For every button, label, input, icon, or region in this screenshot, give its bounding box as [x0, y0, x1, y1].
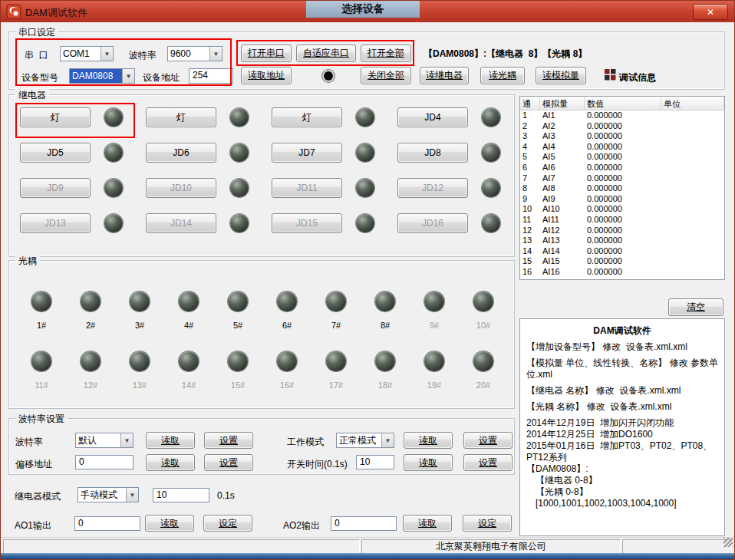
relay-led[interactable] — [356, 108, 374, 127]
clear-button[interactable]: 清空 — [668, 298, 723, 316]
read-analog-button[interactable]: 读模拟量 — [536, 67, 586, 84]
model-combo[interactable]: DAM0808 ▼ — [69, 68, 135, 84]
column-header[interactable]: 通 — [520, 97, 540, 110]
table-row[interactable]: 14AI140.000000 — [520, 246, 724, 257]
baudrate-set-button[interactable]: 设置 — [204, 432, 253, 449]
relay-led[interactable] — [356, 179, 374, 197]
column-header[interactable]: 数值 — [585, 97, 661, 110]
ao1-read-button[interactable]: 读取 — [145, 515, 194, 532]
port-combo[interactable]: COM1 ▼ — [60, 46, 114, 61]
ao2-read-button[interactable]: 读取 — [403, 515, 452, 532]
relay-button[interactable]: JD12 — [397, 178, 468, 198]
title-bar[interactable]: DAM调试软件 选择设备 ✕ — [1, 1, 734, 22]
relay-button[interactable]: JD5 — [20, 143, 91, 163]
relay-led[interactable] — [230, 214, 249, 232]
resize-grip[interactable] — [723, 538, 733, 547]
table-row[interactable]: 9AI90.000000 — [520, 194, 724, 205]
relay-led[interactable] — [104, 179, 123, 197]
table-row[interactable]: 5AI50.000000 — [520, 152, 724, 163]
chevron-down-icon[interactable]: ▼ — [120, 433, 133, 447]
table-cell: AI14 — [540, 246, 585, 257]
switch-time-read-button[interactable]: 读取 — [404, 454, 453, 471]
relay-button[interactable]: JD13 — [20, 213, 91, 233]
table-row[interactable]: 11AI110.000000 — [520, 215, 724, 226]
relay-led[interactable] — [104, 214, 123, 232]
work-mode-combo[interactable]: 正常模式 ▼ — [336, 433, 394, 448]
relay-button[interactable]: 灯 — [272, 107, 342, 127]
column-header[interactable]: 单位 — [661, 97, 724, 110]
relay-led[interactable] — [482, 214, 500, 232]
close-button[interactable]: ✕ — [693, 4, 728, 20]
relay-led[interactable] — [356, 214, 374, 232]
column-header[interactable]: 模拟量 — [540, 97, 585, 110]
relay-button[interactable]: JD7 — [272, 143, 342, 163]
ao2-input[interactable]: 0 — [331, 516, 397, 531]
offset-set-button[interactable]: 设置 — [204, 454, 253, 471]
work-mode-set-button[interactable]: 设置 — [463, 432, 513, 449]
chevron-down-icon[interactable]: ▼ — [126, 488, 138, 502]
relay-time-input[interactable]: 10 — [153, 488, 209, 502]
relay-button[interactable]: JD10 — [146, 178, 216, 198]
baudrate-read-button[interactable]: 读取 — [146, 432, 195, 449]
table-row[interactable]: 16AI160.000000 — [520, 267, 724, 278]
table-row[interactable]: 1AI10.000000 — [520, 110, 724, 121]
table-row[interactable]: 15AI150.000000 — [520, 256, 724, 267]
table-row[interactable]: 3AI30.000000 — [520, 131, 724, 142]
relay-button[interactable]: JD6 — [146, 143, 216, 163]
baud-combo[interactable]: 9600 ▼ — [167, 46, 222, 61]
chevron-down-icon[interactable]: ▼ — [101, 47, 113, 61]
offset-input[interactable]: 0 — [75, 455, 133, 469]
relay-led[interactable] — [230, 143, 249, 162]
table-row[interactable]: 13AI130.000000 — [520, 236, 724, 246]
auto-serial-button[interactable]: 自适应串口 — [296, 44, 356, 62]
relay-button[interactable]: JD15 — [272, 213, 342, 233]
table-row[interactable]: 8AI80.000000 — [520, 183, 724, 194]
relay-button[interactable]: JD8 — [397, 143, 468, 163]
chevron-down-icon[interactable]: ▼ — [381, 433, 394, 447]
ao2-label: AO2输出 — [283, 519, 320, 532]
close-all-button[interactable]: 关闭全部 — [361, 67, 411, 84]
chevron-down-icon[interactable]: ▼ — [122, 69, 134, 83]
relay-button[interactable]: JD14 — [146, 213, 216, 233]
read-opto-button[interactable]: 读光耦 — [480, 67, 525, 84]
read-address-button[interactable]: 读取地址 — [241, 67, 292, 84]
chevron-down-icon[interactable]: ▼ — [209, 47, 222, 61]
ao2-set-button[interactable]: 设定 — [463, 515, 512, 532]
relay-led[interactable] — [482, 179, 500, 197]
table-row[interactable]: 10AI100.000000 — [520, 204, 724, 215]
table-row[interactable]: 6AI60.000000 — [520, 163, 724, 173]
relay-led[interactable] — [230, 179, 249, 197]
relay-button[interactable]: 灯 — [20, 107, 91, 127]
relay-mode-combo[interactable]: 手动模式 ▼ — [77, 487, 139, 502]
table-row[interactable]: 12AI120.000000 — [520, 226, 724, 236]
table-row[interactable]: 7AI70.000000 — [520, 173, 724, 184]
open-serial-button[interactable]: 打开串口 — [241, 44, 292, 62]
relay-button[interactable]: JD11 — [272, 178, 342, 198]
relay-led[interactable] — [230, 108, 249, 127]
relay-led[interactable] — [356, 143, 374, 162]
relay-button[interactable]: JD4 — [397, 107, 468, 127]
baudrate-combo[interactable]: 默认 ▼ — [75, 433, 133, 448]
opto-led — [424, 292, 444, 311]
table-row[interactable]: 2AI20.000000 — [520, 121, 724, 132]
offset-read-button[interactable]: 读取 — [146, 454, 195, 471]
ao1-input[interactable]: 0 — [74, 516, 140, 531]
opto-label: 1# — [37, 321, 46, 330]
switch-time-set-button[interactable]: 设置 — [463, 454, 513, 471]
switch-time-input[interactable]: 10 — [356, 455, 394, 469]
ao1-set-button[interactable]: 设定 — [203, 515, 252, 532]
table-row[interactable]: 4AI40.000000 — [520, 142, 724, 153]
relay-button[interactable]: JD9 — [20, 178, 91, 198]
relay-led[interactable] — [482, 108, 500, 127]
relay-led[interactable] — [104, 108, 123, 127]
read-relay-button[interactable]: 读继电器 — [420, 67, 469, 84]
relay-led[interactable] — [104, 143, 123, 162]
table-cell: AI11 — [540, 215, 585, 226]
relay-led[interactable] — [482, 143, 500, 162]
port-label: 串 口 — [25, 49, 48, 62]
relay-button[interactable]: 灯 — [146, 107, 216, 127]
addr-input[interactable]: 254 — [189, 68, 233, 84]
open-all-button[interactable]: 打开全部 — [361, 44, 411, 62]
work-mode-read-button[interactable]: 读取 — [404, 432, 453, 449]
relay-button[interactable]: JD16 — [397, 213, 468, 233]
